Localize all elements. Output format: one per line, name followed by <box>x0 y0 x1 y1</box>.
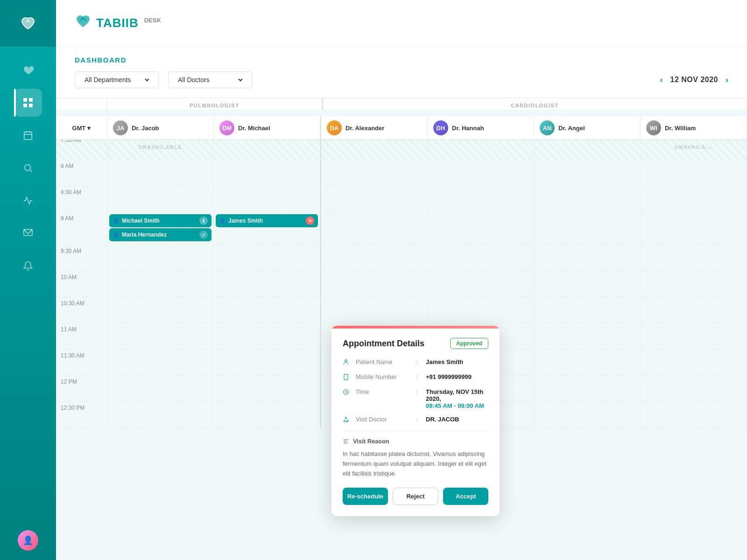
slot-angel-1130[interactable] <box>534 350 641 375</box>
slot-william-1130[interactable] <box>641 350 747 375</box>
gmt-label: GMT <box>72 125 86 132</box>
slot-angel-11[interactable] <box>534 323 641 349</box>
date-navigation: ‹ 12 NOV 2020 › <box>660 75 728 85</box>
appt-person-icon: 👤 <box>113 218 120 224</box>
slot-william-11[interactable] <box>641 323 747 349</box>
slot-alexander-930[interactable] <box>320 245 428 271</box>
slot-jacob-1030[interactable] <box>107 297 214 323</box>
slot-michael-930[interactable] <box>214 245 320 271</box>
slot-jacob-830[interactable] <box>107 186 214 212</box>
slot-michael-9[interactable]: 👤 James Smith ✕ <box>214 212 320 245</box>
slot-jacob-1130[interactable] <box>107 350 214 375</box>
appt-maria-hernandez[interactable]: 👤 Maria Hernandez ✓ <box>109 228 211 241</box>
sidebar-item-calendar[interactable] <box>14 121 42 149</box>
sidebar-item-analytics[interactable] <box>14 187 42 215</box>
slot-jacob-11[interactable] <box>107 323 214 349</box>
time-slot-9: 9 AM 👤 Michael Smith ℹ 👤 Maria Hernandez… <box>56 212 747 245</box>
patient-name-colon: : <box>416 358 426 365</box>
slot-michael-11[interactable] <box>214 323 320 349</box>
slot-angel-9[interactable] <box>534 212 641 245</box>
reschedule-button[interactable]: Re-schedule <box>343 488 388 505</box>
slot-hannah-830[interactable] <box>428 186 534 212</box>
sidebar: 👤 <box>0 0 56 560</box>
slot-hannah-930[interactable] <box>428 245 534 271</box>
modal-title: Appointment Details <box>343 339 424 349</box>
avatar-jacob: JA <box>113 120 128 135</box>
slot-michael-1130[interactable] <box>214 350 320 375</box>
slot-michael-1230[interactable] <box>214 402 320 427</box>
slot-william-9[interactable] <box>641 212 747 245</box>
avatar-angel: AN <box>540 120 555 135</box>
slot-william-830[interactable] <box>641 186 747 212</box>
appt-michael-smith[interactable]: 👤 Michael Smith ℹ <box>109 214 211 227</box>
slot-william-1030[interactable] <box>641 297 747 323</box>
slot-angel-930[interactable] <box>534 245 641 271</box>
doctor-name-angel: Dr. Angel <box>558 125 585 132</box>
user-avatar[interactable]: 👤 <box>18 530 38 551</box>
sidebar-item-notifications[interactable] <box>14 252 42 280</box>
accept-button[interactable]: Accept <box>443 488 488 505</box>
slot-jacob-10[interactable] <box>107 271 214 297</box>
logo-heart-icon <box>20 15 36 32</box>
sidebar-item-home[interactable] <box>14 56 42 84</box>
slot-alexander-9[interactable] <box>320 212 428 245</box>
svg-point-9 <box>25 165 31 171</box>
department-filter[interactable]: All Departments <box>75 71 159 88</box>
slot-michael-8[interactable] <box>214 160 320 186</box>
slot-william-10[interactable] <box>641 271 747 297</box>
slot-angel-830[interactable] <box>534 186 641 212</box>
prev-date-button[interactable]: ‹ <box>660 75 663 85</box>
gmt-selector[interactable]: GMT ▾ <box>72 125 91 132</box>
slot-michael-10[interactable] <box>214 271 320 297</box>
svg-rect-3 <box>29 104 33 107</box>
appt-check-badge2: ✕ <box>306 217 314 225</box>
slot-jacob-9[interactable]: 👤 Michael Smith ℹ 👤 Maria Hernandez ✓ <box>107 212 214 245</box>
reject-button[interactable]: Reject <box>393 488 439 505</box>
svg-rect-2 <box>23 104 27 107</box>
appt-name-james: James Smith <box>228 217 263 224</box>
sidebar-item-search[interactable] <box>14 154 42 182</box>
doctor-select[interactable]: All Doctors <box>176 76 244 84</box>
time-slot-1030: 10:30 AM <box>56 297 747 323</box>
slot-michael-12[interactable] <box>214 376 320 401</box>
next-date-button[interactable]: › <box>726 75 728 85</box>
slot-jacob-930[interactable] <box>107 245 214 271</box>
doctor-filter[interactable]: All Doctors <box>168 71 252 88</box>
slot-william-8[interactable] <box>641 160 747 186</box>
slot-alexander-830[interactable] <box>320 186 428 212</box>
mobile-label: Mobile Number <box>356 373 416 380</box>
slot-hannah-10[interactable] <box>428 271 534 297</box>
dept-pulmnologist: PULMNOLOGIST <box>107 98 322 110</box>
slot-alexander-8[interactable] <box>320 160 428 186</box>
schedule-container[interactable]: PULMNOLOGIST CARDIOLOGIST GMT ▾ JA Dr. J <box>56 98 747 560</box>
time-label-930: 9:30 AM <box>56 245 107 271</box>
sidebar-item-dashboard[interactable] <box>14 89 42 117</box>
slot-angel-8[interactable] <box>534 160 641 186</box>
slot-hannah-8[interactable] <box>428 160 534 186</box>
sidebar-item-messages[interactable] <box>14 219 42 247</box>
slot-william-12[interactable] <box>641 376 747 401</box>
slot-michael-1030[interactable] <box>214 297 320 323</box>
sidebar-bottom: 👤 <box>18 530 38 560</box>
slot-angel-1030[interactable] <box>534 297 641 323</box>
slot-hannah-1030[interactable] <box>428 297 534 323</box>
dept-cardiologist: CARDIOLOGIST <box>322 98 747 110</box>
heart-icon <box>22 64 34 76</box>
slot-angel-1230[interactable] <box>534 402 641 427</box>
slot-alexander-10[interactable] <box>320 271 428 297</box>
slot-william-1230[interactable] <box>641 402 747 427</box>
slot-hannah-9[interactable] <box>428 212 534 245</box>
time-icon <box>343 389 356 397</box>
slot-jacob-12[interactable] <box>107 376 214 401</box>
slot-jacob-8[interactable] <box>107 160 214 186</box>
slot-michael-830[interactable] <box>214 186 320 212</box>
department-select[interactable]: All Departments <box>83 76 151 84</box>
slot-angel-10[interactable] <box>534 271 641 297</box>
appt-james-smith[interactable]: 👤 James Smith ✕ <box>216 214 318 227</box>
slot-alexander-1030[interactable] <box>320 297 428 323</box>
gmt-cell[interactable]: GMT ▾ <box>56 117 107 139</box>
slot-william-930[interactable] <box>641 245 747 271</box>
slot-angel-12[interactable] <box>534 376 641 401</box>
filters-row: All Departments All Doctors ‹ 12 NOV 202… <box>75 71 728 98</box>
slot-jacob-1230[interactable] <box>107 402 214 427</box>
